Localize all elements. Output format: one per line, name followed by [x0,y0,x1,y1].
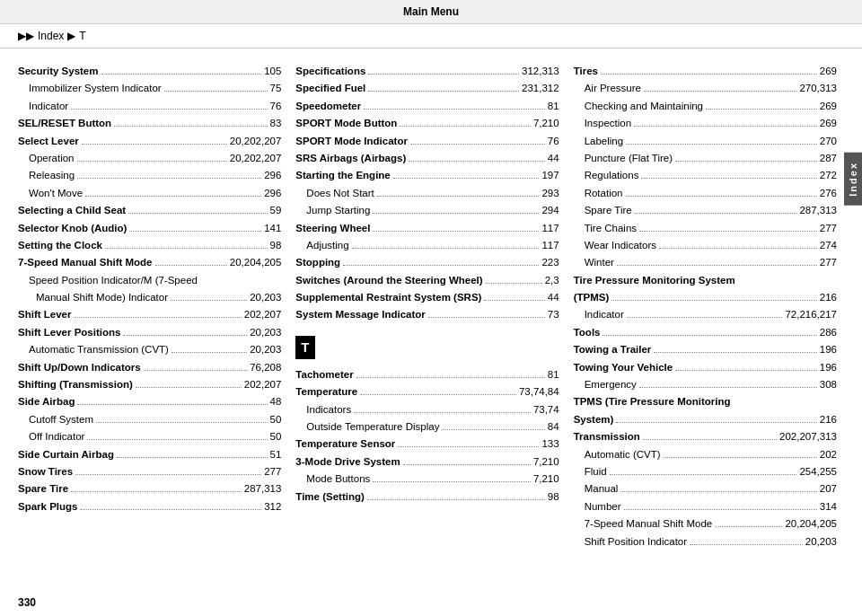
list-item: Side Curtain Airbag51 [18,446,281,462]
entry-page: 296 [264,185,281,201]
entry-dots [75,474,261,475]
entry-dots [484,300,544,301]
index-columns: Security System105Immobilizer System Ind… [0,48,862,550]
entry-page: 269 [820,115,837,131]
entry-page: 83 [270,115,282,131]
list-item: Setting the Clock98 [18,237,281,253]
list-item: Won't Move296 [18,185,281,201]
list-item: Immobilizer System Indicator75 [18,80,281,96]
entry-page: 44 [548,289,559,305]
column-2: Specifications312,313Specified Fuel231,3… [288,63,566,550]
entry-label: Labeling [574,133,623,149]
entry-page: 98 [270,237,282,253]
entry-label: (TPMS) [574,289,610,305]
entry-dots [626,196,817,197]
list-item: Shift Up/Down Indicators76,208 [18,359,281,375]
entry-dots [114,126,267,127]
entry-page: 76 [270,98,282,114]
entry-label: TPMS (Tire Pressure Monitoring [574,393,731,409]
entry-dots [155,265,227,266]
entry-page: 73 [548,306,559,322]
entry-page: 202,207,313 [779,428,837,444]
entry-page: 294 [541,202,559,218]
list-item: (TPMS)216 [574,289,837,305]
entry-dots [123,335,247,336]
entry-page: 196 [820,359,837,375]
entry-dots [377,196,540,197]
entry-label: Tools [574,324,601,340]
list-item: Mode Buttons7,210 [295,471,559,487]
entry-dots [352,248,540,249]
list-item: TPMS (Tire Pressure Monitoring [574,393,837,409]
list-item: Jump Starting294 [295,202,559,218]
entry-dots [639,387,817,388]
entry-dots [603,335,816,336]
entry-page: 20,203 [250,324,281,340]
entry-label: Manual [574,480,619,497]
entry-label: Fluid [574,463,607,480]
entry-page: 20,204,205 [230,254,282,270]
entry-page: 269 [820,63,837,79]
entry-dots [356,377,545,378]
entry-dots [77,161,227,162]
entry-label: Temperature Sensor [295,436,395,452]
entry-page: 20,202,207 [230,133,282,149]
entry-label: Puncture (Flat Tire) [574,150,673,166]
list-item: Manual207 [574,480,837,497]
list-item: Checking and Maintaining269 [574,98,837,114]
page-number: 330 [18,596,36,609]
entry-page: 277 [820,254,837,270]
entry-label: Won't Move [18,185,83,201]
entry-page: 207 [820,480,837,497]
entry-label: Transmission [574,428,640,444]
entry-page: 277 [820,220,837,236]
entry-page: 314 [820,498,837,515]
list-item: Shift Position Indicator20,203 [574,533,837,550]
entry-page: 231,312 [522,80,559,96]
entry-label: Winter [574,254,614,270]
entry-page: 276 [820,185,837,201]
entry-page: 50 [270,428,282,444]
entry-label: Adjusting [295,237,348,253]
entry-label: Outside Temperature Display [295,418,439,435]
entry-page: 75 [270,80,282,96]
entry-label: Speed Position Indicator/M (7-Speed [18,272,198,288]
entry-label: Emergency [574,376,637,392]
entry-label: Selector Knob (Audio) [18,220,127,236]
entry-label: SEL/RESET Button [18,115,111,131]
list-item: Tire Pressure Monitoring System [574,272,837,288]
entry-dots [626,144,817,145]
entry-dots [71,491,242,492]
entry-dots [428,317,545,318]
list-item: Transmission202,207,313 [574,428,837,444]
entry-label: Shift Position Indicator [574,533,687,550]
entry-dots [644,91,796,92]
entry-page: 7,210 [533,115,559,131]
list-item: Temperature73,74,84 [295,383,559,400]
entry-dots [398,446,539,447]
entry-page: 105 [264,63,281,79]
list-item: Specifications312,313 [295,63,559,79]
entry-label: SPORT Mode Button [295,115,397,131]
entry-dots [486,283,542,284]
entry-page: 296 [264,167,281,183]
entry-dots [360,394,516,395]
entry-label: Wear Indicators [574,237,656,253]
list-item: Speedometer81 [295,98,559,114]
list-item: Tachometer81 [295,366,559,383]
entry-dots [80,509,261,510]
list-item: Regulations272 [574,167,837,183]
entry-dots [442,429,544,430]
entry-page: 81 [548,366,559,383]
breadcrumb-sep2: ▶ [67,30,75,42]
entry-page: 202 [820,446,837,462]
entry-label: Number [574,498,621,515]
entry-label: Spare Tire [18,480,68,497]
entry-page: 274 [820,237,837,253]
entry-label: Operation [18,150,75,166]
entry-page: 50 [270,411,282,427]
list-item: Does Not Start293 [295,185,559,201]
entry-dots [364,109,545,110]
entry-dots [715,526,782,527]
entry-page: 216 [820,411,837,427]
